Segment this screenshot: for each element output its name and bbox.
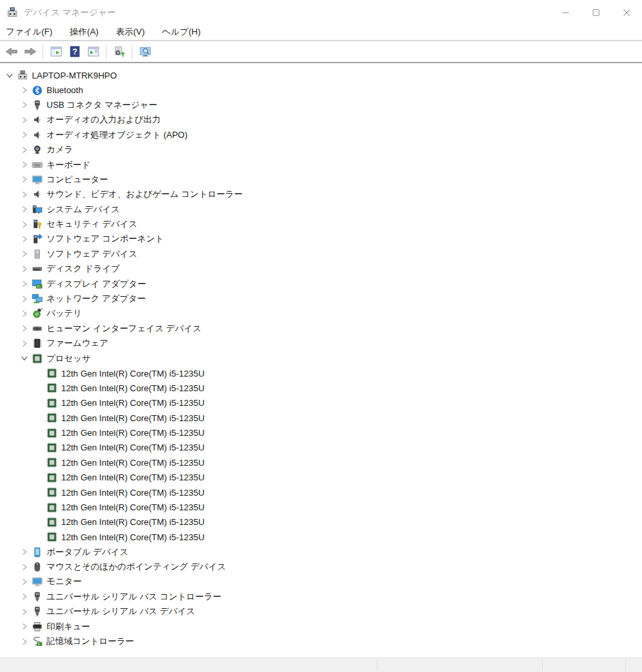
scan-for-hardware-changes-button[interactable]	[110, 43, 128, 61]
chevron-right-icon[interactable]	[17, 292, 31, 305]
tree-item[interactable]: マウスとそのほかのポインティング デバイス	[0, 560, 642, 574]
menu-item-action[interactable]: 操作(A)	[61, 24, 107, 41]
chevron-right-icon[interactable]	[17, 128, 31, 142]
tree-item[interactable]: システム デバイス	[0, 202, 642, 217]
tree-item[interactable]: ソフトウェア デバイス	[0, 247, 642, 261]
tree-item[interactable]: 12th Gen Intel(R) Core(TM) i5-1235U	[0, 381, 642, 395]
svg-text:?: ?	[72, 47, 77, 57]
tree-item[interactable]: Bluetooth	[0, 83, 642, 97]
tree-item[interactable]: 12th Gen Intel(R) Core(TM) i5-1235U	[0, 500, 642, 514]
tree-item[interactable]: ポータブル デバイス	[0, 545, 642, 560]
maximize-button[interactable]	[581, 0, 611, 25]
tree-item-label: USB コネクタ マネージャー	[47, 99, 157, 111]
tree-item[interactable]: ネットワーク アダプター	[0, 291, 642, 306]
menu-item-help[interactable]: ヘルプ(H)	[154, 24, 210, 41]
tree-item-label: キーボード	[47, 159, 90, 171]
forward-button[interactable]	[21, 43, 39, 61]
search-devices-button[interactable]	[136, 43, 154, 61]
chevron-right-icon[interactable]	[17, 605, 31, 618]
tree-item[interactable]: 12th Gen Intel(R) Core(TM) i5-1235U	[0, 366, 642, 381]
chevron-right-icon[interactable]	[17, 113, 31, 126]
titlebar[interactable]: デバイス マネージャー	[0, 0, 642, 25]
maximize-icon	[592, 9, 600, 17]
minimize-button[interactable]	[550, 0, 581, 25]
chevron-right-icon[interactable]	[17, 143, 31, 156]
chevron-right-icon[interactable]	[17, 590, 31, 603]
chevron-right-icon[interactable]	[17, 248, 31, 261]
chevron-right-icon[interactable]	[17, 322, 31, 335]
tree-item-label: セキュリティ デバイス	[47, 218, 138, 230]
statusbar-separator	[542, 659, 543, 671]
chevron-right-icon[interactable]	[17, 560, 31, 574]
chevron-down-icon[interactable]	[17, 352, 31, 365]
tree-item[interactable]: サウンド、ビデオ、およびゲーム コントローラー	[0, 187, 642, 202]
tree-item[interactable]: ディスプレイ アダプター	[0, 276, 642, 291]
tree-item[interactable]: ユニバーサル シリアル バス コントローラー	[0, 589, 642, 604]
chevron-right-icon[interactable]	[17, 84, 31, 97]
chevron-right-icon[interactable]	[17, 232, 31, 246]
tree-item[interactable]: プロセッサ	[0, 351, 642, 365]
console-tree-icon	[50, 46, 63, 57]
bluetooth-icon	[31, 84, 44, 97]
chevron-down-icon[interactable]	[3, 69, 16, 82]
tree-item[interactable]: 12th Gen Intel(R) Core(TM) i5-1235U	[0, 396, 642, 411]
tree-item-label: 12th Gen Intel(R) Core(TM) i5-1235U	[61, 488, 204, 498]
tree-item[interactable]: モニター	[0, 574, 642, 589]
tree-item[interactable]: ディスク ドライブ	[0, 261, 642, 276]
show-hide-action-pane-button[interactable]	[84, 43, 102, 61]
tree-item[interactable]: 12th Gen Intel(R) Core(TM) i5-1235U	[0, 470, 642, 485]
tree-item[interactable]: オーディオの入力および出力	[0, 112, 642, 127]
chevron-right-icon[interactable]	[17, 620, 31, 633]
tree-item[interactable]: バッテリ	[0, 306, 642, 321]
tree-item[interactable]: オーディオ処理オブジェクト (APO)	[0, 128, 642, 142]
chevron-right-icon[interactable]	[17, 98, 31, 112]
toolbar-separator	[106, 45, 106, 59]
tree-item[interactable]: ヒューマン インターフェイス デバイス	[0, 321, 642, 336]
chevron-right-icon[interactable]	[17, 188, 31, 201]
tree-item[interactable]: 記憶域コントローラー	[0, 634, 642, 649]
chevron-right-icon[interactable]	[17, 262, 31, 275]
chevron-right-icon[interactable]	[17, 158, 31, 172]
chevron-right-icon[interactable]	[17, 546, 31, 559]
chevron-right-icon[interactable]	[17, 218, 31, 231]
tree-item-label: Bluetooth	[47, 85, 83, 95]
chevron-right-icon[interactable]	[17, 575, 31, 588]
chevron-right-icon[interactable]	[17, 307, 31, 320]
tree-item[interactable]: コンピューター	[0, 172, 642, 187]
tree-item[interactable]: USB コネクタ マネージャー	[0, 98, 642, 112]
tree-item-label: サウンド、ビデオ、およびゲーム コントローラー	[47, 188, 243, 200]
storage-controller-icon	[31, 635, 44, 648]
tree-item-label: ユニバーサル シリアル バス デバイス	[47, 605, 195, 617]
menu-item-view[interactable]: 表示(V)	[107, 24, 153, 41]
tree-item[interactable]: 12th Gen Intel(R) Core(TM) i5-1235U	[0, 455, 642, 470]
tree-item[interactable]: LAPTOP-MTRK9HPO	[0, 68, 642, 83]
tree-item[interactable]: ユニバーサル シリアル バス デバイス	[0, 604, 642, 619]
tree-item-label: システム デバイス	[47, 204, 120, 216]
tree-item[interactable]: ファームウェア	[0, 336, 642, 351]
tree-item[interactable]: ソフトウェア コンポーネント	[0, 232, 642, 246]
chevron-right-icon[interactable]	[17, 337, 31, 350]
tree-item[interactable]: セキュリティ デバイス	[0, 217, 642, 232]
chevron-spacer	[32, 381, 45, 395]
tree-item[interactable]: 12th Gen Intel(R) Core(TM) i5-1235U	[0, 515, 642, 530]
show-hide-console-tree-button[interactable]	[47, 43, 65, 61]
tree-item[interactable]: 12th Gen Intel(R) Core(TM) i5-1235U	[0, 530, 642, 544]
chevron-right-icon[interactable]	[17, 203, 31, 216]
chevron-right-icon[interactable]	[17, 635, 31, 648]
tree-item[interactable]: 12th Gen Intel(R) Core(TM) i5-1235U	[0, 485, 642, 500]
back-button[interactable]	[3, 43, 20, 61]
tree-item[interactable]: 12th Gen Intel(R) Core(TM) i5-1235U	[0, 425, 642, 440]
chevron-right-icon[interactable]	[17, 277, 31, 291]
chevron-right-icon[interactable]	[17, 173, 31, 186]
processor-icon	[45, 471, 59, 484]
tree-item[interactable]: カメラ	[0, 142, 642, 157]
tree-item[interactable]: 印刷キュー	[0, 619, 642, 633]
menu-item-file[interactable]: ファイル(F)	[6, 24, 61, 41]
usb-icon	[31, 590, 44, 603]
close-button[interactable]	[611, 0, 642, 25]
speaker-icon	[31, 128, 44, 142]
help-button[interactable]: ?	[66, 43, 83, 61]
tree-item[interactable]: キーボード	[0, 157, 642, 172]
tree-item[interactable]: 12th Gen Intel(R) Core(TM) i5-1235U	[0, 411, 642, 425]
tree-item[interactable]: 12th Gen Intel(R) Core(TM) i5-1235U	[0, 440, 642, 455]
